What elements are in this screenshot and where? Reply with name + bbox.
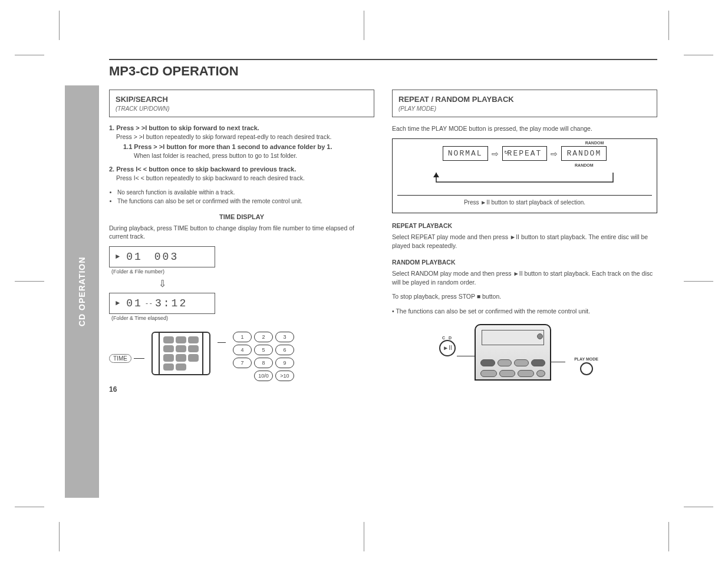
- lead-line: [550, 362, 565, 362]
- panel-button[interactable]: [498, 359, 512, 366]
- step-1-1-body: When last folder is reached, press butto…: [123, 151, 374, 160]
- lcd-caption-1: (Folder & File number): [111, 269, 374, 275]
- panel-button[interactable]: [480, 370, 497, 377]
- page-number: 16: [109, 385, 117, 394]
- step-1-1-heading: 1.1 Press > >I button for more than 1 se…: [123, 143, 374, 150]
- step-1-body: Press > >I button repeatedly to skip for…: [109, 133, 374, 141]
- keypad-3[interactable]: 3: [275, 332, 294, 342]
- play-mode-button[interactable]: PLAY MODE: [574, 357, 598, 375]
- unit-indicator-led: [537, 333, 543, 339]
- keypad-5[interactable]: 5: [254, 345, 273, 355]
- stop-instruction: To stop playback, press STOP ■ button.: [392, 292, 657, 301]
- content-area: MP3-CD OPERATION SKIP/SEARCH (TRACK UP/D…: [109, 59, 657, 383]
- step-2-body: Press I< < button repeatedly to skip bac…: [109, 174, 374, 182]
- note-item: No search function is available within a…: [117, 189, 374, 196]
- play-mode-diagram: NORMAL ⇨ ↻ REPEAT ⇨ RANDOM RANDOM RANDOM: [392, 138, 657, 213]
- mode-footer-text: Press ►II button to start playback of se…: [397, 195, 652, 206]
- skip-search-title: SKIP/SEARCH: [116, 95, 368, 104]
- random-body: Select RANDOM play mode and then press ►…: [392, 269, 657, 286]
- lead-line: [218, 342, 226, 343]
- sidebar-section-label: CD OPERATION: [65, 85, 99, 498]
- page-title: MP3-CD OPERATION: [109, 64, 657, 79]
- random-tag-top: RANDOM: [585, 141, 604, 145]
- notes-list: No search function is available within a…: [109, 189, 374, 205]
- repeat-random-box: REPEAT / RANDOM PLAYBACK (PLAY MODE): [392, 90, 657, 117]
- skip-search-subtitle: (TRACK UP/DOWN): [116, 105, 368, 112]
- loop-back-arrow: [424, 171, 625, 188]
- repeat-heading: REPEAT PLAYBACK: [392, 222, 657, 230]
- lcd-file-number: 003: [154, 251, 179, 263]
- repeat-body: Select REPEAT play mode and then press ►…: [392, 233, 657, 250]
- skip-search-steps: 1. Press > >I button to skip forward to …: [109, 124, 374, 205]
- step-1-heading: 1. Press > >I button to skip forward to …: [109, 124, 374, 131]
- step-2-heading: 2. Press I< < button once to skip backwa…: [109, 166, 374, 173]
- unit-display: [482, 330, 544, 345]
- lcd-folder-number: 01: [126, 251, 143, 263]
- remote-keypad: 1 2 3 4 5 6 7 8 9 10/0 >10: [233, 332, 294, 381]
- lcd-caption-2: (Folder & Time elapsed): [111, 315, 374, 321]
- arrow-right-icon: ⇨: [551, 149, 558, 158]
- mode-normal: NORMAL: [443, 146, 488, 161]
- panel-button[interactable]: [518, 370, 534, 377]
- panel-button[interactable]: [531, 359, 546, 366]
- panel-button[interactable]: [499, 370, 516, 377]
- right-column: REPEAT / RANDOM PLAYBACK (PLAY MODE) Eac…: [392, 90, 657, 383]
- keypad-7[interactable]: 7: [233, 358, 252, 368]
- down-arrow-icon: ⇩: [109, 278, 215, 289]
- mode-random: RANDOM RANDOM RANDOM: [561, 146, 607, 161]
- skip-search-box: SKIP/SEARCH (TRACK UP/DOWN): [109, 90, 374, 117]
- panel-button[interactable]: [480, 359, 495, 366]
- lcd-folder-number: 01: [126, 297, 143, 309]
- keypad-2[interactable]: 2: [254, 332, 273, 342]
- time-button-label: TIME: [109, 354, 131, 363]
- play-mode-intro: Each time the PLAY MODE button is presse…: [392, 124, 657, 133]
- random-tag-bottom: RANDOM: [575, 163, 594, 167]
- time-display-heading: TIME DISPLAY: [109, 213, 374, 220]
- note-item: The functions can also be set or confirm…: [117, 197, 374, 205]
- play-pause-icon: ►II: [439, 340, 456, 356]
- remote-unit-body: [151, 332, 210, 375]
- unit-front-panel: [475, 324, 551, 381]
- lcd-display-time: ► 01 -- 3:12: [109, 293, 215, 314]
- repeat-random-title: REPEAT / RANDOM PLAYBACK: [398, 95, 651, 104]
- play-icon: ►: [116, 299, 121, 308]
- lcd-elapsed-time: 3:12: [155, 297, 187, 309]
- keypad-8[interactable]: 8: [254, 358, 273, 368]
- main-unit-illustration: C D ►II: [439, 324, 587, 383]
- play-mode-knob-icon: [580, 362, 593, 375]
- keypad-4[interactable]: 4: [233, 345, 252, 355]
- cd-play-pause-button[interactable]: C D ►II: [439, 336, 456, 356]
- keypad-10-0[interactable]: 10/0: [254, 371, 273, 381]
- keypad-gt10[interactable]: >10: [275, 371, 294, 381]
- random-heading: RANDOM PLAYBACK: [392, 258, 657, 267]
- arrow-right-icon: ⇨: [492, 149, 499, 158]
- panel-button[interactable]: [514, 359, 529, 366]
- keypad-6[interactable]: 6: [275, 345, 294, 355]
- keypad-1[interactable]: 1: [233, 332, 252, 342]
- panel-button[interactable]: [536, 370, 545, 377]
- time-display-desc: During playback, press TIME button to ch…: [109, 224, 374, 240]
- mode-repeat: ↻ REPEAT: [502, 146, 548, 161]
- manual-page: CD OPERATION MP3-CD OPERATION SKIP/SEARC…: [65, 59, 660, 524]
- lead-line: [134, 358, 144, 359]
- keypad-9[interactable]: 9: [275, 358, 294, 368]
- left-column: SKIP/SEARCH (TRACK UP/DOWN) 1. Press > >…: [109, 90, 374, 383]
- repeat-icon: ↻: [505, 148, 509, 156]
- repeat-random-subtitle: (PLAY MODE): [398, 105, 651, 112]
- svg-marker-0: [433, 173, 439, 177]
- remote-illustration: TIME 1 2 3: [109, 332, 374, 381]
- lcd-display-file: ► 01 003: [109, 246, 215, 267]
- remote-note: • The functions can also be set or confi…: [392, 307, 657, 316]
- top-rule: [109, 59, 657, 60]
- play-icon: ►: [116, 253, 121, 261]
